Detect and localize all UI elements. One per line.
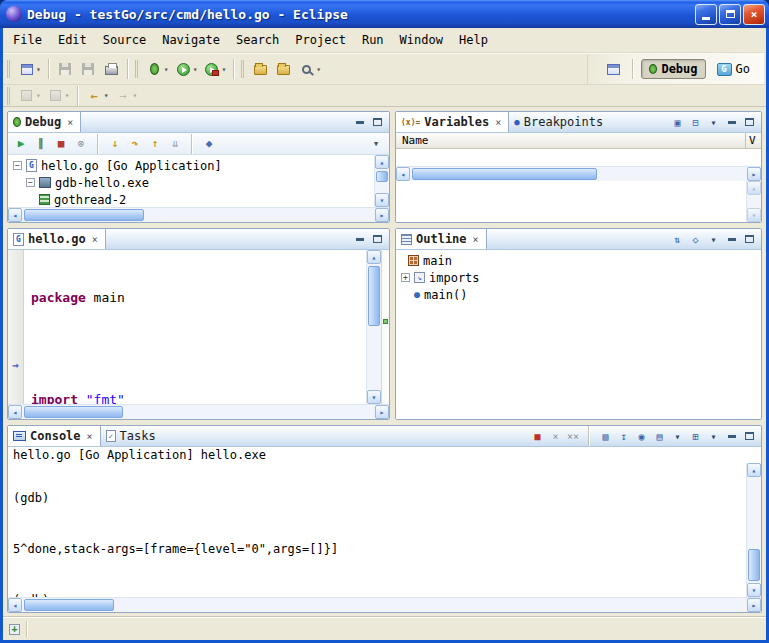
minimize-view-button[interactable] <box>725 116 738 129</box>
tree-row-thread[interactable]: gothread-2 <box>8 191 374 207</box>
scroll-left-icon[interactable]: ◂ <box>8 208 22 222</box>
dropdown-icon[interactable]: ▾ <box>707 430 720 443</box>
column-value-header[interactable]: V <box>745 133 761 148</box>
dropdown-icon[interactable]: ▾ <box>164 65 169 74</box>
scroll-right-icon[interactable]: ▸ <box>375 405 389 419</box>
view-menu-chevron[interactable]: ▾ <box>707 116 720 129</box>
debug-horizontal-scrollbar[interactable]: ◂ ▸ <box>8 207 389 222</box>
scroll-down-icon[interactable]: ▾ <box>747 583 761 597</box>
console-vertical-scrollbar[interactable]: ▴ ▾ <box>746 463 761 597</box>
dropdown-icon[interactable]: ▾ <box>36 65 41 74</box>
collapse-expander-icon[interactable]: − <box>26 178 35 187</box>
maximize-view-button[interactable] <box>743 116 756 129</box>
back-button[interactable]: ←▾ <box>83 87 112 105</box>
editor-horizontal-scrollbar[interactable]: ◂ ▸ <box>8 404 389 419</box>
perspective-go-button[interactable]: G Go <box>709 59 758 79</box>
next-annotation-button[interactable]: ▾ <box>44 87 73 105</box>
tree-row-launch[interactable]: − G hello.go [Go Application] <box>8 157 374 174</box>
dropdown-icon[interactable]: ▾ <box>132 91 137 100</box>
step-return-button[interactable]: ↑ <box>147 136 163 151</box>
scroll-left-icon[interactable]: ◂ <box>8 405 22 419</box>
editor-gutter[interactable]: → <box>8 250 24 404</box>
run-button[interactable]: ▾ <box>172 57 201 81</box>
close-icon[interactable]: × <box>67 117 73 128</box>
terminate-button[interactable]: ■ <box>531 430 544 443</box>
terminate-button[interactable]: ■ <box>53 136 69 151</box>
show-type-names-button[interactable]: ▣ <box>671 116 684 129</box>
collapse-expander-icon[interactable]: − <box>13 161 22 170</box>
search-button[interactable]: ▾ <box>295 57 324 81</box>
menu-window[interactable]: Window <box>392 30 451 50</box>
outline-item-package[interactable]: main <box>396 252 761 269</box>
remove-all-launches-button[interactable]: ×× <box>567 430 579 443</box>
perspective-debug-button[interactable]: Debug <box>641 59 705 79</box>
tab-tasks[interactable]: ✓ Tasks <box>101 426 163 446</box>
use-step-filters-button[interactable]: ◆ <box>201 136 217 151</box>
scroll-thumb[interactable] <box>24 599 114 611</box>
save-all-button[interactable] <box>77 57 100 81</box>
maximize-view-button[interactable] <box>371 233 384 246</box>
debug-vertical-scrollbar[interactable]: ▴ ▾ <box>374 155 389 207</box>
hide-fields-button[interactable]: ◇ <box>689 233 702 246</box>
display-selected-console-button[interactable]: ▤ <box>653 430 666 443</box>
menu-navigate[interactable]: Navigate <box>154 30 228 50</box>
view-menu-chevron[interactable]: ▾ <box>707 233 720 246</box>
scroll-thumb[interactable] <box>412 168 597 180</box>
scroll-thumb[interactable] <box>24 209 144 221</box>
menu-project[interactable]: Project <box>287 30 354 50</box>
pin-console-button[interactable]: ◉ <box>635 430 648 443</box>
scroll-thumb[interactable] <box>368 266 380 326</box>
dropdown-icon[interactable]: ▾ <box>65 91 70 100</box>
menu-file[interactable]: File <box>5 30 50 50</box>
window-close-button[interactable]: × <box>743 4 765 25</box>
outline-item-main-func[interactable]: ● main() <box>396 286 761 303</box>
current-line-marker[interactable] <box>383 319 388 324</box>
scroll-lock-button[interactable]: ↧ <box>617 430 630 443</box>
console-horizontal-scrollbar[interactable]: ◂ ▸ <box>8 597 761 612</box>
outline-tree[interactable]: main + ↘ imports ● main() <box>396 250 761 419</box>
open-console-button[interactable]: ⊞ <box>689 430 702 443</box>
outline-item-imports[interactable]: + ↘ imports <box>396 269 761 286</box>
instruction-pointer-icon[interactable]: → <box>12 359 19 372</box>
minimize-view-button[interactable] <box>725 233 738 246</box>
open-perspective-button[interactable] <box>602 57 625 81</box>
window-minimize-button[interactable] <box>695 4 717 25</box>
close-icon[interactable]: × <box>87 431 93 442</box>
dropdown-icon[interactable]: ▾ <box>36 91 41 100</box>
menu-run[interactable]: Run <box>354 30 392 50</box>
drop-to-frame-button[interactable]: ⇊ <box>167 136 183 151</box>
maximize-view-button[interactable] <box>743 430 756 443</box>
open-resource-button[interactable] <box>272 57 295 81</box>
scroll-up-icon[interactable]: ▴ <box>375 155 389 169</box>
column-name-header[interactable]: Name <box>396 133 745 148</box>
minimize-view-button[interactable] <box>353 233 366 246</box>
menu-help[interactable]: Help <box>451 30 496 50</box>
resume-button[interactable]: ▶ <box>13 136 29 151</box>
forward-button[interactable]: →▾ <box>111 87 140 105</box>
dropdown-icon[interactable]: ▾ <box>104 91 109 100</box>
view-menu-chevron[interactable]: ▾ <box>368 136 384 151</box>
scroll-thumb[interactable] <box>376 171 388 182</box>
scroll-up-icon[interactable]: ▴ <box>747 181 761 195</box>
editor-vertical-scrollbar[interactable]: ▴ ▾ <box>366 250 381 404</box>
suspend-button[interactable]: ∥ <box>33 136 49 151</box>
scroll-right-icon[interactable]: ▸ <box>375 208 389 222</box>
last-edit-location-button[interactable]: ▾ <box>15 87 44 105</box>
dropdown-icon[interactable]: ▾ <box>671 430 684 443</box>
step-into-button[interactable]: ↓ <box>107 136 123 151</box>
scroll-down-icon[interactable]: ▾ <box>367 390 381 404</box>
new-wizard-button[interactable]: ▾ <box>15 57 44 81</box>
menu-source[interactable]: Source <box>95 30 154 50</box>
scroll-thumb[interactable] <box>748 549 760 581</box>
debug-button[interactable]: ▾ <box>143 57 172 81</box>
expand-expander-icon[interactable]: + <box>401 273 410 282</box>
fast-view-button[interactable]: + <box>9 624 20 635</box>
scroll-down-icon[interactable]: ▾ <box>747 208 761 222</box>
minimize-view-button[interactable] <box>353 116 366 129</box>
close-icon[interactable]: × <box>92 234 98 245</box>
scroll-up-icon[interactable]: ▴ <box>367 250 381 264</box>
overview-ruler[interactable] <box>381 250 389 404</box>
scroll-right-icon[interactable]: ▸ <box>747 167 761 181</box>
tab-debug[interactable]: Debug × <box>8 112 81 132</box>
scroll-left-icon[interactable]: ◂ <box>396 167 410 181</box>
